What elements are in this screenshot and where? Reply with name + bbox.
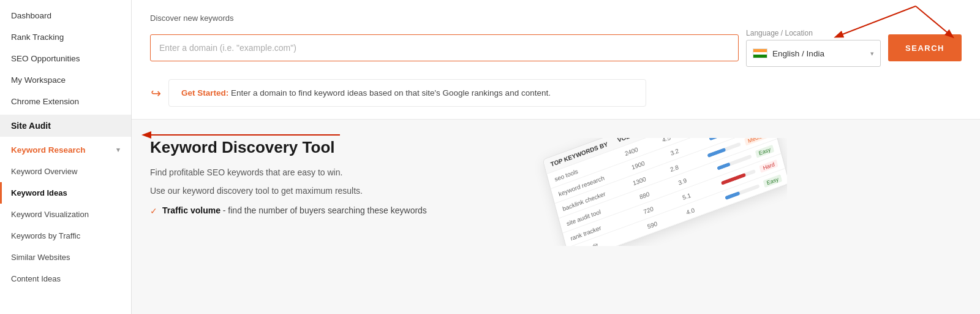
sidebar-item-keyword-visualization[interactable]: Keyword Visualization xyxy=(0,204,131,225)
sidebar-item-my-workspace[interactable]: My Workspace xyxy=(0,69,131,91)
curved-arrow-icon: ↩ xyxy=(151,86,161,101)
sidebar-item-similar-websites[interactable]: Similar Websites xyxy=(0,247,131,268)
sidebar-item-rank-tracking[interactable]: Rank Tracking xyxy=(0,26,131,48)
content-title: Keyword Discovery Tool xyxy=(150,138,518,157)
chevron-down-icon: ▾ xyxy=(116,146,120,154)
sidebar-item-chrome-extension[interactable]: Chrome Extension xyxy=(0,91,131,112)
language-value: English / India xyxy=(772,49,865,58)
sidebar-item-seo-opportunities[interactable]: SEO Opportunities xyxy=(0,48,131,69)
chevron-down-icon: ▾ xyxy=(870,50,874,58)
language-location-wrapper: Language / Location English / India ▾ xyxy=(746,29,881,67)
content-left: Keyword Discovery Tool Find profitable S… xyxy=(150,138,518,246)
feature-item-1: ✓ Traffic volume - find the number of bu… xyxy=(150,205,518,216)
sidebar: Dashboard Rank Tracking SEO Opportunitie… xyxy=(0,0,132,314)
get-started-label: Get Started: xyxy=(181,88,228,98)
sidebar-item-dashboard[interactable]: Dashboard xyxy=(0,5,131,26)
sidebar-item-keyword-ideas[interactable]: Keyword Ideas xyxy=(0,182,131,204)
india-flag-icon xyxy=(753,48,767,58)
checkmark-icon: ✓ xyxy=(150,206,157,216)
sidebar-item-keyword-research[interactable]: Keyword Research ▾ xyxy=(0,139,131,161)
language-location-label: Language / Location xyxy=(746,29,881,37)
content-area: Keyword Discovery Tool Find profitable S… xyxy=(132,120,980,264)
get-started-box: ↩ Get Started: Enter a domain to find ke… xyxy=(168,79,646,107)
content-desc-1: Find profitable SEO keywords that are ea… xyxy=(150,166,518,179)
main-content: Discover new keywords Language / Locatio… xyxy=(132,0,980,314)
search-button[interactable]: SEARCH xyxy=(888,34,962,61)
mock-table-visual: TOP KEYWORDS BY VOL CPC KD POTENTIAL seo… xyxy=(543,138,787,246)
get-started-body: Enter a domain to find keyword ideas bas… xyxy=(231,88,551,98)
feature-1-bold: Traffic volume xyxy=(162,205,221,215)
sidebar-item-site-audit[interactable]: Site Audit xyxy=(0,115,131,137)
table-mockup: TOP KEYWORDS BY VOL CPC KD POTENTIAL seo… xyxy=(530,138,787,246)
language-select[interactable]: English / India ▾ xyxy=(746,40,881,67)
search-area: Discover new keywords Language / Locatio… xyxy=(132,0,980,120)
feature-1-text: - find the number of buyers searching th… xyxy=(221,205,427,215)
domain-input[interactable] xyxy=(150,34,739,61)
get-started-text: Get Started: Enter a domain to find keyw… xyxy=(181,88,551,98)
search-row: Language / Location English / India ▾ SE… xyxy=(150,29,962,67)
content-desc-2: Use our keyword discovery tool to get ma… xyxy=(150,184,518,197)
sidebar-item-keyword-overview[interactable]: Keyword Overview xyxy=(0,161,131,182)
sidebar-item-content-ideas[interactable]: Content Ideas xyxy=(0,268,131,289)
discover-label: Discover new keywords xyxy=(150,13,962,23)
sidebar-item-keywords-by-traffic[interactable]: Keywords by Traffic xyxy=(0,225,131,247)
